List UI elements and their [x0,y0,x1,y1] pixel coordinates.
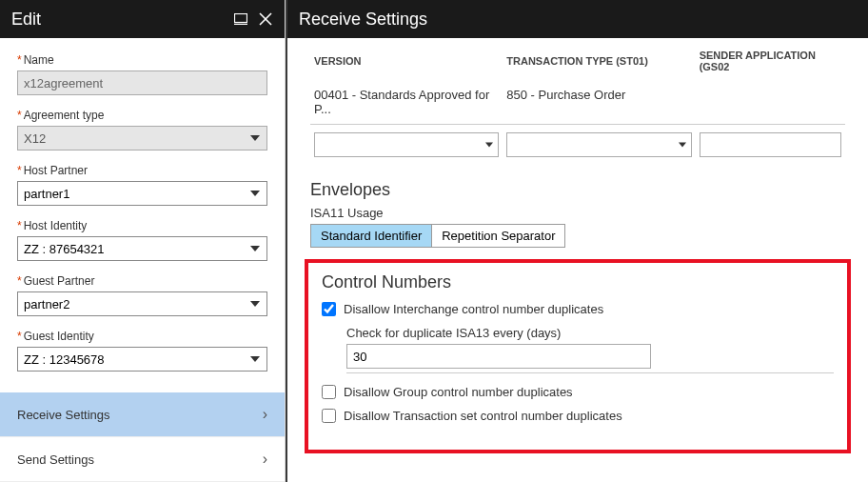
nav-send-settings[interactable]: Send Settings › [0,437,285,482]
disallow-tx-checkbox[interactable] [322,409,336,423]
close-icon[interactable] [258,11,273,27]
disallow-interchange-checkbox[interactable] [322,302,336,316]
col-tx-type: TRANSACTION TYPE (ST01) [503,42,695,80]
schemas-table: VERSION TRANSACTION TYPE (ST01) SENDER A… [310,42,845,165]
control-numbers-section: Control Numbers Disallow Interchange con… [305,259,851,453]
receive-panel-title: Receive Settings [299,10,427,30]
cell-tx-type: 850 - Purchase Order [503,80,695,125]
envelopes-title: Envelopes [310,180,845,200]
cell-sender-app [696,80,845,125]
host-partner-select[interactable] [17,181,267,206]
name-input[interactable] [17,70,267,95]
guest-identity-label: *Guest Identity [17,330,267,343]
receive-settings-panel: Receive Settings VERSION TRANSACTION TYP… [286,0,868,482]
disallow-tx-label: Disallow Transaction set control number … [344,409,622,423]
nav-receive-label: Receive Settings [17,408,110,422]
nav-receive-settings[interactable]: Receive Settings › [0,392,285,437]
maximize-icon[interactable] [233,11,248,27]
edit-panel: Edit *Name *Agreement type [0,0,286,482]
toggle-standard-identifier[interactable]: Standard Identifier [311,225,431,247]
name-label: *Name [17,53,267,67]
envelopes-section: Envelopes ISA11 Usage Standard Identifie… [310,180,845,248]
col-version: VERSION [310,42,503,80]
isa11-toggle: Standard Identifier Repetition Separator [310,224,565,248]
tx-type-select[interactable] [506,132,691,157]
guest-partner-select[interactable] [17,291,267,316]
agreement-type-label: *Agreement type [17,109,267,122]
svg-rect-0 [235,14,247,23]
cell-version: 00401 - Standards Approved for P... [310,80,503,125]
host-identity-select[interactable] [17,236,267,261]
agreement-type-select[interactable] [17,126,267,151]
host-identity-label: *Host Identity [17,219,267,232]
table-row-input [310,125,845,166]
control-numbers-title: Control Numbers [322,272,834,292]
chevron-right-icon: › [263,451,267,468]
edit-panel-header: Edit [0,0,285,38]
divider [346,372,834,373]
disallow-interchange-label: Disallow Interchange control number dupl… [344,302,603,316]
guest-identity-select[interactable] [17,347,267,372]
guest-partner-label: *Guest Partner [17,274,267,288]
check-duplicate-label: Check for duplicate ISA13 every (days) [346,326,834,340]
isa11-usage-label: ISA11 Usage [310,206,845,220]
col-sender-app: SENDER APPLICATION (GS02 [696,42,845,80]
receive-panel-header: Receive Settings [287,0,868,38]
toggle-repetition-separator[interactable]: Repetition Separator [431,225,564,247]
host-partner-label: *Host Partner [17,164,267,177]
table-row: 00401 - Standards Approved for P... 850 … [310,80,845,125]
disallow-group-checkbox[interactable] [322,385,336,399]
version-select[interactable] [314,132,499,157]
edit-panel-title: Edit [11,10,41,30]
check-duplicate-input[interactable] [346,344,651,369]
chevron-right-icon: › [263,406,267,423]
disallow-group-label: Disallow Group control number duplicates [344,385,573,399]
nav-send-label: Send Settings [17,452,94,467]
sender-app-input[interactable] [700,132,841,157]
